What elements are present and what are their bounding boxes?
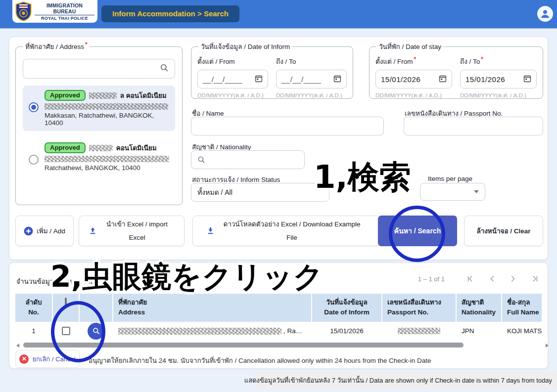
cancel-button[interactable]: ✕ ยกเลิก / Cancel bbox=[15, 350, 80, 368]
address-fieldset: ที่พักอาศัย / Address* Approved ล คอนโดม… bbox=[15, 41, 183, 205]
calendar-icon[interactable] bbox=[333, 75, 341, 84]
redacted-text bbox=[398, 328, 440, 334]
footer-note: แสดงข้อมูลวันที่เข้าพักย้อนหลัง 7 วันเท่… bbox=[255, 372, 557, 389]
stay-from-value: 15/01/2026 bbox=[381, 75, 420, 84]
date-of-inform-fieldset: วันที่แจ้งข้อมูล / Date of Inform ตั้งแต… bbox=[191, 41, 353, 99]
address-option-1[interactable]: Approved ล คอนโดมิเนียม Makkasan, Ratcha… bbox=[23, 86, 175, 131]
scroll-right-icon[interactable] bbox=[546, 344, 549, 348]
calendar-icon[interactable] bbox=[523, 75, 531, 84]
column-address: ที่พักอาศัยAddress , Ra… bbox=[113, 294, 311, 340]
date-of-stay-legend: วันที่พัก / Date of stay bbox=[376, 41, 444, 52]
page: IMMIGRATION BUREAU ROYAL THAI POLICE Inf… bbox=[0, 0, 557, 392]
cancel-button-label: ยกเลิก / Cancel bbox=[32, 354, 75, 364]
items-per-page-select[interactable] bbox=[420, 183, 485, 201]
x-circle-icon: ✕ bbox=[19, 354, 29, 364]
calendar-icon[interactable] bbox=[439, 75, 447, 84]
add-button[interactable]: เพิ่ม / Add bbox=[15, 216, 74, 246]
status-badge: Approved bbox=[45, 142, 86, 153]
date-format-hint: DD/MM/YYYY(ค.ศ. / A.D.) bbox=[276, 91, 347, 100]
nationality-search-input[interactable] bbox=[191, 150, 305, 169]
address-location: Makkasan, Ratchathewi, BANGKOK, 10400 bbox=[45, 112, 170, 127]
stay-to-input[interactable]: 15/01/2026 bbox=[460, 70, 537, 88]
redacted-text bbox=[45, 103, 168, 110]
inform-to-input[interactable]: __/__/____ bbox=[276, 70, 347, 88]
cancel-policy-note: อนุญาตให้ยกเลิกภายใน 24 ชม. นับจากวันที่… bbox=[89, 355, 431, 366]
page-range: 1 – 1 of 1 bbox=[418, 275, 445, 283]
column-full-name: ชื่อ-สกุลFull Name KOJI MATSU bbox=[502, 294, 542, 340]
stay-to-value: 15/01/2026 bbox=[465, 75, 505, 84]
calendar-icon[interactable] bbox=[255, 75, 263, 84]
first-page-icon[interactable] bbox=[466, 275, 474, 283]
cell-full-name: KOJI MATSU bbox=[502, 322, 542, 340]
next-page-icon[interactable] bbox=[510, 275, 516, 283]
name-input[interactable] bbox=[191, 117, 384, 135]
address-location: Ratchathewi, BANGKOK, 10400 bbox=[45, 164, 170, 172]
caret-down-icon bbox=[474, 190, 479, 193]
logo: IMMIGRATION BUREAU ROYAL THAI POLICE bbox=[12, 0, 97, 23]
search-icon bbox=[197, 156, 205, 164]
import-excel-label: นำเข้า Excel / import Excel bbox=[100, 218, 174, 244]
download-example-button[interactable]: ดาวน์โหลดตัวอย่าง Excel / Download Examp… bbox=[192, 216, 380, 246]
address-name: คอนโดมิเนียม bbox=[116, 142, 157, 153]
column-action bbox=[80, 294, 112, 340]
scrollbar-thumb[interactable] bbox=[23, 343, 464, 348]
search-button[interactable]: ค้นหา / Search bbox=[378, 216, 457, 246]
row-checkbox[interactable] bbox=[62, 327, 70, 335]
column-nationality: สัญชาติNationality JPN bbox=[457, 294, 501, 340]
redacted-text bbox=[118, 328, 281, 335]
date-format-hint: DD/MM/YYYY(ค.ศ. / A.D.) bbox=[197, 91, 268, 100]
person-icon bbox=[539, 7, 552, 20]
column-passport: เลขหนังสือเดินทางPassport No. bbox=[382, 294, 456, 340]
address-name: ล คอนโดมิเนียม bbox=[120, 90, 167, 101]
horizontal-scrollbar[interactable] bbox=[15, 342, 550, 348]
cell-nationality: JPN bbox=[457, 322, 501, 340]
inform-from-input[interactable]: __/__/____ bbox=[197, 70, 268, 88]
result-count: จำนวนข้อมูลที่ค้นหา 1 รายการ bbox=[16, 276, 105, 287]
radio-selected[interactable] bbox=[29, 102, 39, 112]
add-button-label: เพิ่ม / Add bbox=[37, 224, 65, 238]
search-form-card: ที่พักอาศัย / Address* Approved ล คอนโดม… bbox=[9, 37, 548, 260]
stay-from-input[interactable]: 15/01/2026 bbox=[375, 70, 452, 88]
scroll-left-icon[interactable] bbox=[16, 344, 19, 348]
magnifier-icon bbox=[92, 327, 100, 335]
redacted-text bbox=[45, 156, 169, 162]
redacted-text bbox=[89, 145, 113, 151]
import-excel-button[interactable]: นำเข้า Excel / import Excel bbox=[79, 216, 185, 246]
cell-no: 1 bbox=[15, 322, 52, 340]
user-avatar-button[interactable] bbox=[537, 6, 553, 22]
date-format-hint: DD/MM/YYYY(ค.ศ. / A.D.) bbox=[460, 91, 537, 100]
results-table: ลำดับNo. 1 ที่พักอาศัยAddress bbox=[15, 294, 542, 340]
cell-date-of-inform: 15/01/2026 bbox=[312, 322, 381, 340]
cell-passport bbox=[382, 322, 456, 340]
row-detail-magnifier-button[interactable] bbox=[88, 323, 104, 340]
inform-to-value: __/__/____ bbox=[281, 75, 321, 84]
column-no: ลำดับNo. 1 bbox=[15, 294, 52, 340]
date-of-stay-fieldset: วันที่พัก / Date of stay ตั้งแต่ / From*… bbox=[369, 41, 543, 99]
inform-to-label: ถึง / To bbox=[276, 56, 347, 67]
address-search-input[interactable] bbox=[23, 59, 175, 79]
results-card: จำนวนข้อมูลที่ค้นหา 1 รายการ 1 – 1 of 1 … bbox=[9, 262, 548, 369]
cell-address: , Ra… bbox=[113, 322, 311, 340]
last-page-icon[interactable] bbox=[531, 275, 539, 283]
passport-input[interactable] bbox=[404, 117, 543, 135]
inform-from-label: ตั้งแต่ / From bbox=[197, 56, 268, 67]
breadcrumb: Inform Accommodation > Search bbox=[101, 5, 239, 22]
stay-from-label: ตั้งแต่ / From* bbox=[375, 56, 452, 67]
search-icon bbox=[160, 63, 169, 74]
select-all-checkbox[interactable] bbox=[65, 298, 67, 307]
address-legend: ที่พักอาศัย / Address* bbox=[23, 41, 90, 52]
inform-status-value: ทั้งหมด / All bbox=[197, 187, 232, 198]
download-icon bbox=[207, 227, 214, 235]
inform-status-select[interactable]: ทั้งหมด / All bbox=[191, 183, 329, 202]
address-option-2[interactable]: Approved คอนโดมิเนียม Ratchathewi, BANGK… bbox=[23, 138, 175, 176]
column-checkbox bbox=[53, 294, 79, 340]
logo-text: IMMIGRATION BUREAU ROYAL THAI POLICE bbox=[35, 2, 94, 21]
inform-from-value: __/__/____ bbox=[203, 75, 242, 84]
prev-page-icon[interactable] bbox=[489, 275, 495, 283]
clear-button[interactable]: ล้างหน้าจอ / Clear bbox=[464, 216, 543, 246]
radio-unselected[interactable] bbox=[29, 155, 39, 165]
logo-title: IMMIGRATION BUREAU bbox=[35, 2, 94, 15]
upload-icon bbox=[89, 227, 96, 235]
stay-to-label: ถึง / To* bbox=[460, 56, 537, 67]
logo-subtitle: ROYAL THAI POLICE bbox=[35, 15, 94, 21]
